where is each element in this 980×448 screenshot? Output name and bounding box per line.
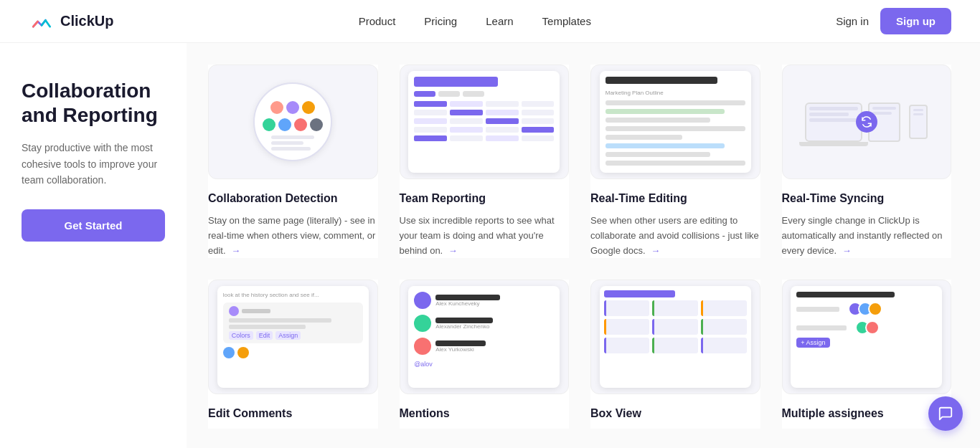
nav-links: Product Pricing Learn Templates xyxy=(359,15,591,27)
nav-learn[interactable]: Learn xyxy=(486,15,513,27)
box-row-1 xyxy=(604,300,747,316)
cell-6 xyxy=(450,110,483,115)
laptop-screen xyxy=(809,107,858,122)
avatar-row xyxy=(270,101,315,114)
cell-14 xyxy=(450,127,483,133)
reporting-link[interactable]: → xyxy=(448,244,458,259)
feature-card-boxview: Box View xyxy=(590,280,760,429)
feature-img-assignees: + Assign xyxy=(782,280,952,394)
get-started-button[interactable]: Get Started xyxy=(22,209,165,242)
add-assignee-btn: + Assign xyxy=(796,338,829,348)
signup-button[interactable]: Sign up xyxy=(880,8,951,34)
report-row-3 xyxy=(414,118,554,124)
cell-1 xyxy=(414,101,447,107)
feature-img-editing: Marketing Plan Outline xyxy=(590,65,760,179)
edit-line-6 xyxy=(606,161,745,166)
cell-19 xyxy=(486,135,519,141)
avatar-row-bottom xyxy=(223,347,363,358)
chat-bubble[interactable] xyxy=(928,396,963,431)
collab-title: Collaboration Detection xyxy=(208,192,378,205)
mention-info-3: Alex Yurkowski xyxy=(435,340,486,353)
laptop-line-1 xyxy=(809,107,858,110)
sync-circle-icon xyxy=(856,111,877,133)
avatar-7 xyxy=(310,118,323,131)
logo-icon xyxy=(29,9,55,34)
syncing-link[interactable]: → xyxy=(842,244,852,259)
box-item-5 xyxy=(652,319,698,335)
nav-product[interactable]: Product xyxy=(359,15,396,27)
box-item-2 xyxy=(652,300,698,316)
collab-mockup xyxy=(209,65,377,178)
feature-img-mentions: Alex Kuncheveky Alexander Zinchenko xyxy=(400,280,570,394)
feature-card-collaboration: Collaboration Detection Stay on the same… xyxy=(208,65,378,258)
report-row-2 xyxy=(414,110,554,115)
cell-15 xyxy=(486,127,519,133)
notification-lines xyxy=(267,135,319,151)
assignees-title: Multiple assignees xyxy=(782,407,952,420)
avatar-row-2 xyxy=(263,118,323,131)
signin-button[interactable]: Sign in xyxy=(836,15,869,27)
box-header xyxy=(604,290,676,297)
mention-role-1: Alex Kuncheveky xyxy=(435,300,500,307)
report-mockup xyxy=(408,71,560,173)
mention-role-2: Alexander Zinchenko xyxy=(435,323,493,330)
box-item-8 xyxy=(652,338,698,353)
cell-17 xyxy=(414,135,447,141)
nav-pricing[interactable]: Pricing xyxy=(424,15,457,27)
comment-bubble-1: Colors Edit Assign xyxy=(223,302,363,343)
task-avatars xyxy=(223,347,363,358)
syncing-title: Real-Time Syncing xyxy=(782,192,952,205)
assignee-av-3 xyxy=(868,302,882,316)
mention-name-2 xyxy=(435,318,493,323)
edit-subtitle: Marketing Plan Outline xyxy=(606,90,745,96)
cell-12 xyxy=(522,118,555,124)
comment-task-name: look at the history section and see if..… xyxy=(223,292,363,298)
nav-templates[interactable]: Templates xyxy=(542,15,591,27)
avatar-1 xyxy=(270,101,283,114)
collab-link[interactable]: → xyxy=(231,244,240,259)
mention-avatar-2 xyxy=(414,315,431,332)
mention-info-2: Alexander Zinchenko xyxy=(435,318,493,330)
mention-info-1: Alex Kuncheveky xyxy=(435,295,500,307)
features-grid-row1: Collaboration Detection Stay on the same… xyxy=(208,65,951,258)
report-header xyxy=(414,77,498,87)
sidebar-description: Stay productive with the most cohesive t… xyxy=(22,140,165,188)
feature-card-reporting: Team Reporting Use six incredible report… xyxy=(400,65,570,258)
notif-line-1 xyxy=(271,135,314,139)
sync-phone xyxy=(909,105,928,139)
comment-author-1 xyxy=(229,306,357,316)
reporting-title: Team Reporting xyxy=(400,192,570,205)
cell-9 xyxy=(414,118,447,124)
sync-laptop xyxy=(805,103,862,142)
assignee-row-1 xyxy=(796,302,936,316)
editing-link[interactable]: → xyxy=(651,244,660,259)
sync-arrows-icon xyxy=(860,115,873,128)
feature-card-assignees: + Assign Multiple assignees xyxy=(782,280,952,429)
feature-card-syncing: Real-Time Syncing Every single change in… xyxy=(782,65,952,258)
edit-line-4 xyxy=(606,135,682,140)
avatar-5 xyxy=(278,118,291,131)
comment-author-name-1 xyxy=(242,309,270,313)
reporting-desc: Use six incredible reports to see what y… xyxy=(400,214,570,258)
editing-desc: See when other users are editing to coll… xyxy=(590,214,760,258)
assignee-list xyxy=(796,302,936,335)
mention-item-2: Alexander Zinchenko xyxy=(414,315,554,332)
logo[interactable]: ClickUp xyxy=(29,9,113,34)
main-content: Collaboration Detection Stay on the same… xyxy=(187,43,980,448)
assignee-avatars-2 xyxy=(855,320,875,335)
syncing-desc: Every single change in ClickUp is automa… xyxy=(782,214,952,258)
sync-mockup xyxy=(791,71,942,173)
laptop-line-3 xyxy=(809,118,858,122)
task-avatar-2 xyxy=(237,347,249,358)
tablet-line-2 xyxy=(872,112,891,115)
phone-screen xyxy=(913,109,923,115)
feature-card-comments: look at the history section and see if..… xyxy=(208,280,378,429)
mention-avatar-1 xyxy=(414,292,431,309)
box-item-6 xyxy=(701,319,747,335)
action-tag-assign: Assign xyxy=(275,331,301,340)
boxview-title: Box View xyxy=(590,407,760,420)
comment-text-2 xyxy=(229,325,306,329)
phone-line-2 xyxy=(913,113,923,115)
cell-4 xyxy=(522,101,555,107)
mention-name-1 xyxy=(435,295,500,300)
